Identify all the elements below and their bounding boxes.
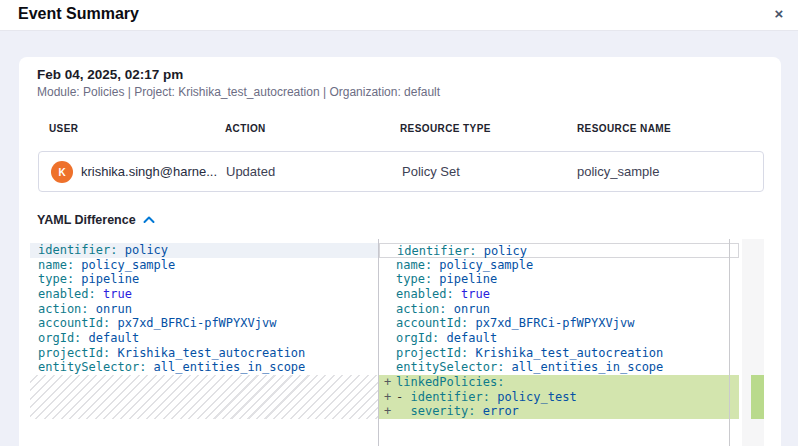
diff-added-marker: + bbox=[384, 390, 391, 405]
yaml-diff-editor: identifier: policyname: policy_sampletyp… bbox=[30, 239, 764, 446]
code-line: + severity: error bbox=[379, 404, 739, 419]
code-line: type: pipeline bbox=[30, 272, 378, 287]
code-line: enabled: true bbox=[379, 287, 739, 302]
code-line: identifier: policy bbox=[379, 243, 739, 258]
modal-body: Feb 04, 2025, 02:17 pm Module: Policies … bbox=[0, 31, 798, 446]
code-line: orgId: default bbox=[379, 331, 739, 346]
column-header-resource-type: RESOURCE TYPE bbox=[400, 123, 491, 134]
column-header-resource-name: RESOURCE NAME bbox=[577, 123, 671, 134]
code-line: accountId: px7xd_BFRCi-pfWPYXVjvw bbox=[379, 316, 739, 331]
resource-name-value: policy_sample bbox=[577, 152, 659, 191]
code-line: +linkedPolicies: bbox=[379, 375, 739, 390]
table-row: K krishika.singh@harne... Updated Policy… bbox=[38, 151, 764, 192]
code-line: name: policy_sample bbox=[379, 258, 739, 273]
user-email: krishika.singh@harne... bbox=[81, 152, 217, 191]
event-metadata: Module: Policies | Project: Krishika_tes… bbox=[37, 85, 440, 99]
code-line: enabled: true bbox=[30, 287, 378, 302]
diff-right-pane[interactable]: identifier: policyname: policy_sampletyp… bbox=[379, 239, 739, 446]
modal-header: Event Summary × bbox=[0, 0, 798, 31]
code-line: projectId: Krishika_test_autocreation bbox=[30, 346, 378, 361]
event-timestamp: Feb 04, 2025, 02:17 pm bbox=[37, 67, 183, 82]
overview-ruler-border bbox=[729, 239, 730, 446]
diff-added-marker: + bbox=[384, 404, 391, 419]
resource-type-value: Policy Set bbox=[402, 152, 460, 191]
code-line: accountId: px7xd_BFRCi-pfWPYXVjvw bbox=[30, 316, 378, 331]
code-line: name: policy_sample bbox=[30, 258, 378, 273]
column-header-user: USER bbox=[49, 123, 78, 134]
close-icon: × bbox=[775, 5, 784, 22]
code-line: action: onrun bbox=[379, 302, 739, 317]
code-line: projectId: Krishika_test_autocreation bbox=[379, 346, 739, 361]
diff-overview-scrollbar[interactable] bbox=[742, 239, 764, 446]
page-title: Event Summary bbox=[18, 5, 139, 23]
diff-placeholder-hatch bbox=[30, 375, 378, 419]
yaml-difference-toggle[interactable]: YAML Difference bbox=[37, 213, 155, 227]
code-line: identifier: policy bbox=[30, 243, 378, 258]
event-summary-modal: { "header": { "title": "Event Summary", … bbox=[0, 0, 798, 446]
column-header-action: ACTION bbox=[225, 123, 266, 134]
code-line: +- identifier: policy_test bbox=[379, 390, 739, 405]
diff-added-marker: + bbox=[384, 375, 391, 390]
code-line: entitySelector: all_entities_in_scope bbox=[30, 360, 378, 375]
avatar: K bbox=[51, 161, 73, 183]
close-button[interactable]: × bbox=[769, 4, 789, 24]
code-line: action: onrun bbox=[30, 302, 378, 317]
code-line: type: pipeline bbox=[379, 272, 739, 287]
event-card: Feb 04, 2025, 02:17 pm Module: Policies … bbox=[19, 57, 781, 446]
action-value: Updated bbox=[226, 152, 275, 191]
diff-left-pane[interactable]: identifier: policyname: policy_sampletyp… bbox=[30, 239, 378, 446]
code-line: entitySelector: all_entities_in_scope bbox=[379, 360, 739, 375]
code-line: orgId: default bbox=[30, 331, 378, 346]
yaml-difference-label: YAML Difference bbox=[37, 213, 136, 227]
chevron-up-icon bbox=[143, 216, 155, 224]
overview-added-decoration bbox=[751, 375, 764, 419]
